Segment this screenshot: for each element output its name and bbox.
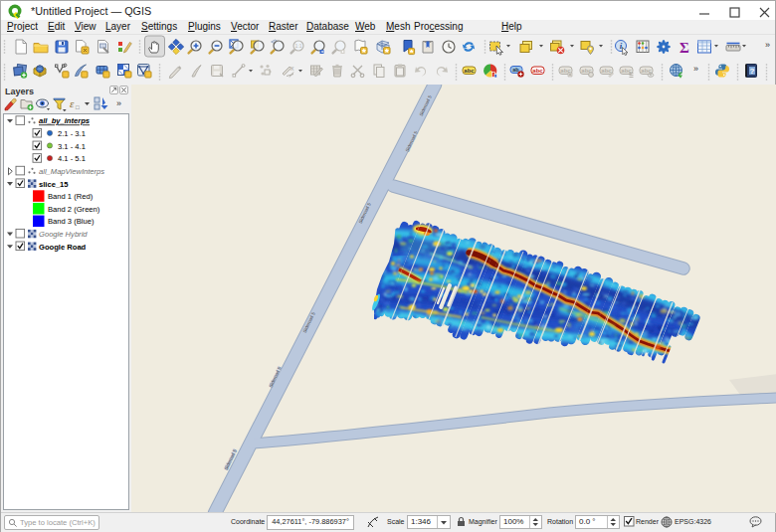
svg-text:abc: abc (464, 68, 475, 74)
svg-text:Google Road: Google Road (39, 243, 87, 252)
svg-text:Band 3 (Blue): Band 3 (Blue) (48, 217, 95, 226)
svg-text:abc: abc (532, 68, 543, 74)
svg-text:□: □ (76, 104, 80, 110)
svg-text:all_MapViewInterps: all_MapViewInterps (39, 167, 104, 176)
svg-text:4.1 - 5.1: 4.1 - 5.1 (58, 154, 86, 163)
svg-text:»: » (693, 64, 698, 74)
svg-text:ab: ab (512, 67, 519, 73)
svg-text:x: x (291, 65, 294, 72)
svg-text:?: ? (750, 67, 755, 76)
svg-text:3.1 - 4.1: 3.1 - 4.1 (58, 142, 86, 151)
svg-text:2.1 - 3.1: 2.1 - 3.1 (58, 129, 86, 138)
svg-text:»: » (765, 40, 770, 50)
svg-text:Band 2 (Green): Band 2 (Green) (48, 205, 100, 214)
svg-text:1:1: 1:1 (295, 43, 302, 49)
svg-text:»: » (116, 98, 121, 108)
svg-text:abc: abc (601, 68, 612, 74)
svg-text:slice_15: slice_15 (39, 180, 69, 189)
svg-text:abc: abc (641, 68, 652, 74)
svg-text:Band 1 (Red): Band 1 (Red) (48, 192, 94, 201)
svg-text:all_by_interps: all_by_interps (39, 116, 90, 125)
svg-text:Σ: Σ (679, 40, 689, 56)
svg-text:ε: ε (70, 97, 75, 109)
svg-text:Google Hybrid: Google Hybrid (39, 230, 88, 239)
